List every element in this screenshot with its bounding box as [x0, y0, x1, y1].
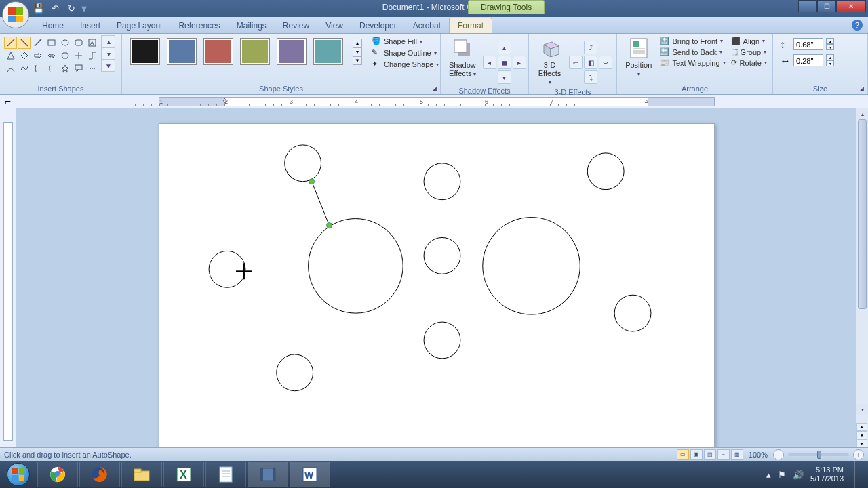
tab-insert[interactable]: Insert: [72, 18, 108, 33]
shape-star-icon[interactable]: [58, 62, 71, 75]
task-notepad[interactable]: [205, 462, 246, 487]
view-full-screen-icon[interactable]: ▣: [690, 449, 703, 460]
tab-home[interactable]: Home: [34, 18, 72, 33]
change-shape-button[interactable]: ✦Change Shape: [372, 60, 439, 69]
zoom-percent[interactable]: 100%: [749, 451, 768, 459]
position-button[interactable]: Position: [620, 35, 657, 79]
shape-rect-icon[interactable]: [45, 37, 58, 49]
maximize-button[interactable]: ☐: [817, 0, 836, 12]
task-chrome[interactable]: [37, 462, 78, 487]
tray-clock[interactable]: 5:13 PM 5/17/2013: [810, 466, 844, 483]
shape-arrow-lr-icon[interactable]: [45, 49, 58, 62]
zoom-in-button[interactable]: +: [853, 449, 864, 460]
shapes-gallery[interactable]: A: [3, 35, 100, 76]
spinner-up-icon[interactable]: ▴: [826, 54, 834, 60]
shadow-toggle-icon[interactable]: ◼: [498, 56, 511, 69]
task-word[interactable]: W: [290, 462, 330, 487]
shape-triangle-icon[interactable]: [4, 49, 17, 62]
height-input[interactable]: 0.68": [793, 38, 823, 50]
shape-brace-icon[interactable]: [45, 62, 58, 75]
spinner-up-icon[interactable]: ▴: [826, 38, 834, 44]
nudge-right-icon[interactable]: ▸: [513, 56, 526, 69]
browse-object-icon[interactable]: ●: [856, 431, 867, 439]
help-button[interactable]: ?: [852, 20, 863, 30]
shape-arrow-icon[interactable]: [31, 37, 44, 49]
tilt-up-icon[interactable]: ⤴: [584, 41, 597, 54]
group-button[interactable]: ⬚Group: [731, 47, 767, 56]
style-swatch[interactable]: [203, 38, 233, 65]
shape-line-diag-icon[interactable]: [18, 37, 31, 49]
shape-cross-icon[interactable]: [72, 49, 85, 62]
gallery-down-icon[interactable]: ▾: [102, 47, 115, 60]
task-excel[interactable]: X: [163, 462, 204, 487]
rotate-button[interactable]: ⟳Rotate: [731, 58, 767, 67]
vertical-scrollbar[interactable]: ▴ ▾ ⏶ ● ⏷: [856, 108, 868, 447]
align-button[interactable]: ⬛Align: [731, 37, 767, 45]
qat-customize-icon[interactable]: ▾: [81, 2, 88, 15]
save-icon[interactable]: 💾: [33, 3, 45, 15]
width-input[interactable]: 0.28": [793, 54, 823, 66]
office-button[interactable]: [2, 1, 29, 28]
style-gallery[interactable]: ▴ ▾ ▼: [125, 35, 368, 68]
nudge-up-icon[interactable]: ▴: [498, 41, 511, 54]
task-firefox[interactable]: [79, 462, 120, 487]
style-swatch[interactable]: [240, 38, 270, 65]
style-more-icon[interactable]: ▼: [353, 56, 362, 65]
shape-line-icon[interactable]: [4, 37, 17, 49]
shadow-effects-button[interactable]: Shadow Effects: [443, 35, 481, 79]
dialog-launcher-icon[interactable]: ◢: [857, 84, 866, 93]
bring-to-front-button[interactable]: 🔝Bring to Front: [660, 37, 725, 45]
redo-icon[interactable]: ↻: [65, 3, 77, 15]
scroll-up-icon[interactable]: ▴: [856, 108, 868, 119]
tab-page-layout[interactable]: Page Layout: [108, 18, 170, 33]
shape-roundrect-icon[interactable]: [72, 37, 85, 49]
3d-toggle-icon[interactable]: ◧: [584, 56, 597, 69]
tab-references[interactable]: References: [170, 18, 228, 33]
shape-diamond-icon[interactable]: [18, 49, 31, 62]
canvas[interactable]: [16, 108, 868, 447]
text-wrapping-button[interactable]: 📰Text Wrapping: [660, 58, 725, 67]
horizontal-ruler[interactable]: ◊ ▵ 1234567: [159, 97, 715, 106]
gallery-more-icon[interactable]: ▼: [102, 60, 115, 72]
nudge-left-icon[interactable]: ◂: [483, 56, 496, 69]
shape-hexagon-icon[interactable]: [58, 49, 71, 62]
tray-volume-icon[interactable]: 🔊: [793, 470, 804, 480]
view-draft-icon[interactable]: ▦: [731, 449, 743, 460]
style-up-icon[interactable]: ▴: [353, 39, 362, 47]
scroll-thumb[interactable]: [858, 119, 867, 309]
shape-textbox-icon[interactable]: A: [85, 37, 98, 49]
tilt-down-icon[interactable]: ⤵: [584, 70, 597, 84]
prev-page-icon[interactable]: ⏶: [856, 423, 867, 431]
style-down-icon[interactable]: ▾: [353, 47, 362, 56]
shape-oval-icon[interactable]: [58, 37, 71, 49]
tilt-right-icon[interactable]: ⤻: [599, 56, 612, 69]
style-swatch[interactable]: [130, 38, 160, 65]
shape-arrow-right-icon[interactable]: [31, 49, 44, 62]
view-outline-icon[interactable]: ≡: [717, 449, 730, 460]
send-to-back-button[interactable]: 🔙Send to Back: [660, 47, 725, 56]
dialog-launcher-icon[interactable]: ◢: [430, 84, 439, 93]
tab-developer[interactable]: Developer: [351, 18, 405, 33]
shape-bracket-icon[interactable]: [31, 62, 44, 75]
shape-connector-icon[interactable]: [85, 49, 98, 62]
shape-freeform-icon[interactable]: [18, 62, 31, 75]
shape-outline-button[interactable]: ✎Shape Outline: [372, 48, 439, 58]
scroll-down-icon[interactable]: ▾: [856, 404, 868, 415]
spinner-down-icon[interactable]: ▾: [826, 60, 834, 66]
vertical-ruler[interactable]: [0, 108, 16, 447]
tab-mailings[interactable]: Mailings: [229, 18, 275, 33]
shape-curve-icon[interactable]: [4, 62, 17, 75]
minimize-button[interactable]: —: [798, 0, 817, 12]
task-media[interactable]: [248, 462, 288, 487]
show-desktop-button[interactable]: [854, 461, 861, 488]
right-indent-marker-icon[interactable]: ▵: [645, 97, 648, 104]
close-button[interactable]: ✕: [836, 0, 866, 12]
next-page-icon[interactable]: ⏷: [856, 439, 867, 447]
undo-icon[interactable]: ↶: [49, 3, 61, 15]
view-print-layout-icon[interactable]: ▭: [677, 449, 689, 460]
tab-selector-icon[interactable]: ⌐: [0, 95, 16, 108]
task-explorer[interactable]: [121, 462, 162, 487]
zoom-thumb[interactable]: [817, 451, 821, 459]
nudge-down-icon[interactable]: ▾: [498, 70, 511, 84]
start-button[interactable]: [0, 461, 37, 488]
